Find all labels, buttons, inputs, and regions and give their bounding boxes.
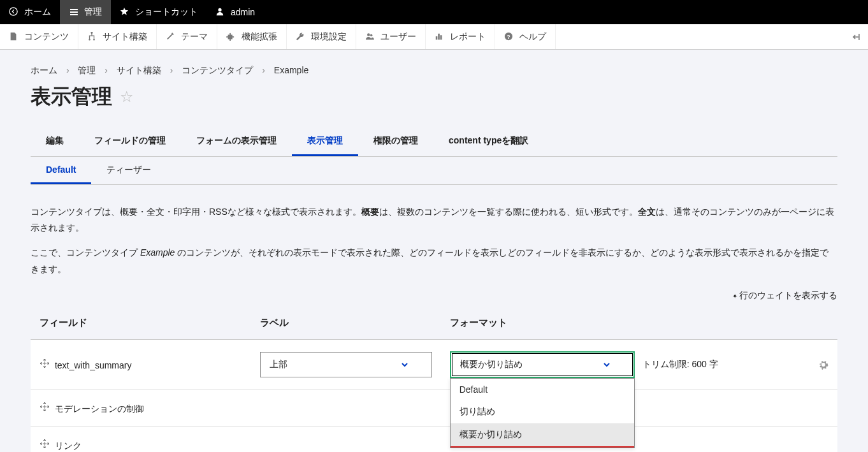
dropdown-option[interactable]: Default [451,379,634,400]
svg-point-0 [10,8,17,15]
drag-handle-icon[interactable] [40,358,52,368]
star-icon [120,7,130,17]
wand-icon [166,32,176,42]
menubar-content[interactable]: コンテンツ [0,24,78,49]
breadcrumb-item[interactable]: コンテンツタイプ [182,65,253,75]
trim-limit-text: トリム制限: 600 字 [642,359,718,370]
subtab-default[interactable]: Default [31,157,91,184]
th-label: ラベル [251,307,441,340]
menubar-reports[interactable]: レポート [426,24,495,49]
tab-permissions[interactable]: 権限の管理 [358,128,433,156]
menubar-reports-label: レポート [450,31,486,43]
users-icon [365,32,375,42]
topbar-manage-link[interactable]: 管理 [60,0,111,24]
field-display-table: フィールド ラベル フォーマット text_with_summary [31,307,837,452]
subtab-teaser[interactable]: ティーザー [91,157,166,184]
admin-topbar: ホーム 管理 ショートカット admin [0,0,868,24]
format-select[interactable]: 概要か切り詰め [450,351,635,378]
tab-display[interactable]: 表示管理 [292,128,358,156]
breadcrumb-item[interactable]: Example [274,65,308,75]
th-field: フィールド [31,307,251,340]
drag-handle-icon[interactable] [40,402,52,412]
svg-text:?: ? [507,33,510,40]
field-name: モデレーションの制御 [55,404,144,414]
menubar-content-label: コンテンツ [24,31,69,43]
menubar-users[interactable]: ユーザー [356,24,426,49]
page-title: 表示管理 [31,83,112,111]
menubar-config-label: 環境設定 [311,31,347,43]
menubar-structure[interactable]: サイト構築 [78,24,157,49]
menubar-theme-label: テーマ [181,31,208,43]
collapse-icon [851,32,862,42]
chevron-down-icon [401,361,409,368]
menubar-extend-label: 機能拡張 [242,31,277,43]
svg-point-1 [218,8,221,11]
wrench-icon [296,32,306,42]
topbar-manage-label: 管理 [84,6,102,18]
svg-point-6 [370,34,373,36]
tabs-primary: 編集 フィールドの管理 フォームの表示管理 表示管理 権限の管理 content… [31,128,837,157]
description-text: コンテンツタイプは、概要・全文・印字用・RSSなど様々な様式で表示されます。概要… [31,204,837,277]
menubar-theme[interactable]: テーマ [157,24,217,49]
puzzle-icon [226,32,236,42]
menubar-structure-label: サイト構築 [103,31,147,43]
back-icon [9,7,19,17]
breadcrumb: ホーム › 管理 › サイト構築 › コンテンツタイプ › Example [31,65,837,77]
chevron-down-icon [603,361,611,368]
favorite-star-icon[interactable]: ☆ [120,88,134,106]
tab-translate[interactable]: content typeを翻訳 [433,128,544,156]
topbar-shortcuts-label: ショートカット [135,6,198,18]
table-row: モデレーションの制御 [31,390,837,426]
tab-edit[interactable]: 編集 [31,128,79,156]
dropdown-option[interactable]: 概要か切り詰め [451,423,634,448]
svg-point-4 [91,32,93,34]
user-icon [215,7,226,17]
dropdown-option[interactable]: 切り詰め [451,400,634,423]
topbar-home-link[interactable]: ホーム [0,0,60,24]
table-row: リンク [31,426,837,452]
menubar-config[interactable]: 環境設定 [287,24,356,49]
svg-point-2 [89,38,90,40]
structure-icon [87,32,98,42]
breadcrumb-item[interactable]: 管理 [78,65,96,75]
chart-icon [435,32,445,42]
drag-handle-icon[interactable] [40,439,52,449]
document-icon [9,32,19,42]
tab-form-display[interactable]: フォームの表示管理 [181,128,292,156]
admin-menubar: コンテンツ サイト構築 テーマ 機能拡張 環境設定 ユーザー レポート ? ヘル… [0,24,868,50]
show-row-weights-link[interactable]: 行のウェイトを表示する [732,290,837,300]
topbar-user-link[interactable]: admin [206,0,264,24]
gear-icon[interactable] [818,360,828,370]
topbar-user-label: admin [231,7,255,17]
field-name: リンク [55,441,82,451]
topbar-shortcuts-link[interactable]: ショートカット [111,0,206,24]
menubar-collapse-button[interactable] [845,32,868,42]
help-icon: ? [504,32,514,42]
svg-point-5 [367,33,370,36]
hamburger-icon [69,7,79,17]
field-name: text_with_summary [55,360,132,370]
menubar-help[interactable]: ? ヘルプ [495,24,556,49]
label-select[interactable]: 上部 [260,352,432,377]
tabs-secondary: Default ティーザー [31,157,837,185]
tab-fields[interactable]: フィールドの管理 [79,128,181,156]
breadcrumb-item[interactable]: ホーム [31,65,57,75]
th-format: フォーマット [441,307,837,340]
topbar-home-label: ホーム [24,6,51,18]
menubar-users-label: ユーザー [380,31,416,43]
format-dropdown-list: Default 切り詰め 概要か切り詰め [450,378,635,448]
breadcrumb-item[interactable]: サイト構築 [117,65,161,75]
svg-point-3 [93,38,95,40]
menubar-extend[interactable]: 機能拡張 [217,24,287,49]
menubar-help-label: ヘルプ [519,31,546,43]
table-row: text_with_summary 上部 [31,339,837,390]
